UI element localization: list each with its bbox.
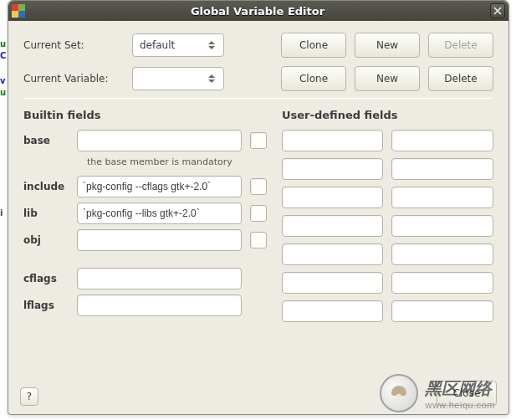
window-title: Global Variable Editor — [30, 5, 485, 18]
lib-label: lib — [23, 207, 69, 219]
include-label: include — [23, 181, 69, 192]
base-input[interactable] — [77, 130, 242, 151]
include-checkbox[interactable] — [250, 178, 267, 195]
userdef-grid — [282, 130, 493, 322]
base-note: the base member is mandatory — [87, 156, 267, 167]
current-set-value: default — [140, 39, 175, 51]
current-set-combo[interactable]: default — [132, 33, 224, 57]
udf-val[interactable] — [391, 300, 493, 322]
help-button[interactable]: ? — [20, 387, 38, 406]
obj-label: obj — [23, 234, 69, 246]
cflags-label: cflags — [23, 273, 69, 284]
chevron-spin-icon — [208, 74, 218, 83]
include-input[interactable] — [77, 176, 242, 197]
app-icon — [12, 4, 25, 18]
new-set-button[interactable]: New — [355, 33, 420, 58]
lib-input[interactable] — [77, 202, 242, 224]
builtin-header: Builtin fields — [23, 109, 267, 121]
udf-val[interactable] — [391, 243, 493, 265]
close-icon[interactable] — [490, 3, 505, 18]
cflags-input[interactable] — [77, 268, 242, 289]
udf-key[interactable] — [282, 130, 384, 151]
udf-val[interactable] — [391, 130, 493, 151]
udf-key[interactable] — [282, 158, 384, 180]
udf-key[interactable] — [282, 272, 384, 294]
new-variable-button[interactable]: New — [355, 66, 420, 91]
dialog-window: Global Variable Editor Current Set: defa… — [8, 0, 509, 415]
userdef-header: User-defined fields — [282, 109, 493, 121]
close-button[interactable]: Close — [437, 381, 497, 406]
udf-key[interactable] — [282, 243, 384, 265]
base-checkbox[interactable] — [250, 132, 267, 149]
titlebar: Global Variable Editor — [8, 1, 508, 21]
udf-val[interactable] — [391, 272, 493, 294]
obj-checkbox[interactable] — [250, 232, 267, 248]
delete-set-button[interactable]: Delete — [428, 33, 493, 58]
base-label: base — [23, 135, 69, 146]
udf-key[interactable] — [282, 300, 384, 322]
current-variable-combo[interactable] — [132, 67, 224, 90]
current-variable-label: Current Variable: — [23, 73, 124, 85]
delete-variable-button[interactable]: Delete — [428, 66, 493, 91]
udf-key[interactable] — [282, 187, 384, 208]
clone-variable-button[interactable]: Clone — [281, 66, 346, 91]
lib-checkbox[interactable] — [250, 205, 267, 222]
lflags-input[interactable] — [77, 295, 242, 316]
clone-set-button[interactable]: Clone — [281, 33, 346, 58]
chevron-spin-icon — [208, 41, 218, 49]
lflags-label: lflags — [23, 300, 69, 311]
udf-val[interactable] — [391, 158, 493, 180]
udf-val[interactable] — [391, 187, 493, 208]
divider — [23, 98, 493, 99]
udf-val[interactable] — [391, 215, 493, 237]
current-set-label: Current Set: — [23, 39, 124, 51]
obj-input[interactable] — [77, 229, 242, 251]
udf-key[interactable] — [282, 215, 384, 237]
